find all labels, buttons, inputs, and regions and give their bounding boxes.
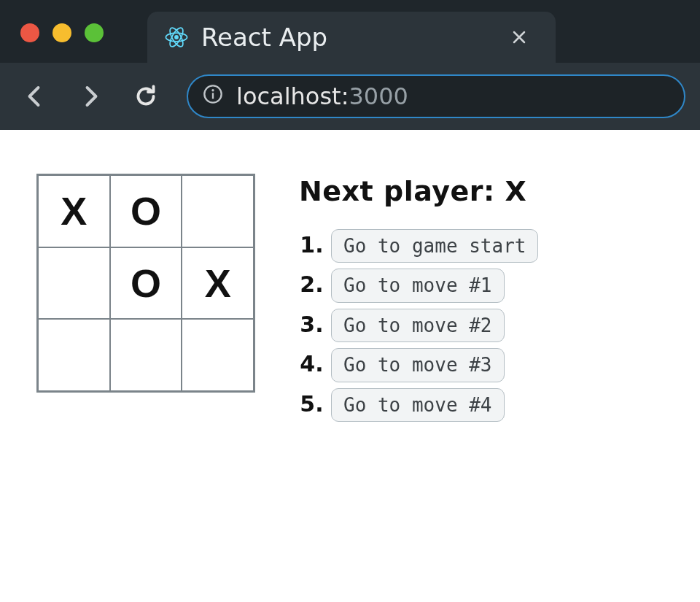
browser-tab[interactable]: React App <box>147 12 556 63</box>
goto-move-3-button[interactable]: Go to move #3 <box>331 348 505 382</box>
url-text: localhost:3000 <box>236 82 408 110</box>
minimize-window-icon[interactable] <box>52 23 71 42</box>
reload-button[interactable] <box>131 83 160 109</box>
browser-chrome: React App <box>0 0 700 130</box>
window-controls <box>20 23 104 42</box>
goto-move-2-button[interactable]: Go to move #2 <box>331 309 505 342</box>
site-info-icon[interactable] <box>203 82 223 110</box>
maximize-window-icon[interactable] <box>85 23 104 42</box>
board-square-6[interactable] <box>38 319 110 391</box>
board-square-2[interactable] <box>182 175 254 247</box>
list-item: Go to move #1 <box>331 269 538 302</box>
close-window-icon[interactable] <box>20 23 39 42</box>
board-square-5[interactable]: X <box>182 247 254 320</box>
goto-move-1-button[interactable]: Go to move #1 <box>331 269 505 302</box>
goto-game-start-button[interactable]: Go to game start <box>331 229 538 263</box>
list-item: Go to game start <box>331 229 538 263</box>
goto-move-4-button[interactable]: Go to move #4 <box>331 388 505 422</box>
board-square-1[interactable]: O <box>110 175 182 247</box>
board-square-3[interactable] <box>38 247 110 320</box>
board-square-0[interactable]: X <box>38 175 110 247</box>
list-item: Go to move #2 <box>331 309 538 342</box>
list-item: Go to move #3 <box>331 348 538 382</box>
board-square-7[interactable] <box>110 319 182 391</box>
game-info: Next player: X Go to game start Go to mo… <box>299 174 538 428</box>
game-status: Next player: X <box>299 175 538 207</box>
close-tab-icon[interactable] <box>506 20 532 54</box>
board-square-4[interactable]: O <box>110 247 182 320</box>
move-history-list: Go to game start Go to move #1 Go to mov… <box>299 229 538 422</box>
list-item: Go to move #4 <box>331 388 538 422</box>
tab-strip: React App <box>0 0 700 63</box>
board-square-8[interactable] <box>182 319 254 391</box>
svg-point-5 <box>211 89 214 91</box>
svg-rect-6 <box>212 93 214 99</box>
browser-toolbar: localhost:3000 <box>0 63 700 130</box>
react-favicon-icon <box>165 26 188 49</box>
forward-button[interactable] <box>76 83 105 109</box>
address-bar[interactable]: localhost:3000 <box>187 74 685 118</box>
url-port: 3000 <box>349 82 408 110</box>
url-host: localhost: <box>236 82 349 110</box>
page-content: X O O X Next player: X Go to game start … <box>0 130 700 471</box>
svg-point-0 <box>174 35 179 39</box>
back-button[interactable] <box>20 83 50 109</box>
tic-tac-toe-board: X O O X <box>36 174 255 393</box>
tab-title: React App <box>201 23 327 52</box>
